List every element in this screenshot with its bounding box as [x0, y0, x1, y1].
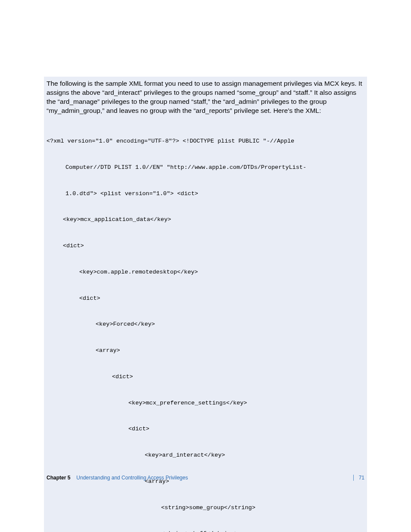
- code-line: <key>mcx_application_data</key>: [47, 215, 364, 224]
- code-line: <key>mcx_preference_settings</key>: [47, 399, 364, 408]
- code-line: <dict>: [47, 294, 364, 303]
- code-line: Computer//DTD PLIST 1.0//EN" "http://www…: [47, 163, 364, 172]
- code-line: <dict>: [47, 242, 364, 250]
- code-line: <key>Forced</key>: [47, 320, 364, 329]
- code-line: <string>staff</string>: [47, 529, 364, 532]
- page: The following is the sample XML format y…: [0, 0, 411, 532]
- code-line: <?xml version="1.0" encoding="UTF-8"?> <…: [47, 137, 364, 146]
- code-line: <dict>: [47, 373, 364, 381]
- chapter-label: Chapter 5: [47, 474, 70, 481]
- page-number: 71: [359, 474, 364, 481]
- code-line: 1.0.dtd"> <plist version="1.0"> <dict>: [47, 190, 364, 198]
- highlight-block: The following is the sample XML format y…: [44, 77, 367, 532]
- code-line: <key>ard_interact</key>: [47, 451, 364, 460]
- code-line: <key>com.apple.remotedesktop</key>: [47, 268, 364, 277]
- code-line: <array>: [47, 346, 364, 355]
- footer-separator: [353, 475, 354, 481]
- code-block: <?xml version="1.0" encoding="UTF-8"?> <…: [47, 120, 364, 532]
- intro-paragraph: The following is the sample XML format y…: [47, 79, 364, 115]
- page-footer: Chapter 5 Understanding and Controlling …: [47, 474, 364, 481]
- code-line: <string>some_group</string>: [47, 504, 364, 512]
- footer-left: Chapter 5 Understanding and Controlling …: [47, 474, 188, 481]
- code-line: <dict>: [47, 425, 364, 433]
- footer-right: 71: [349, 474, 364, 481]
- chapter-title: Understanding and Controlling Access Pri…: [76, 474, 188, 481]
